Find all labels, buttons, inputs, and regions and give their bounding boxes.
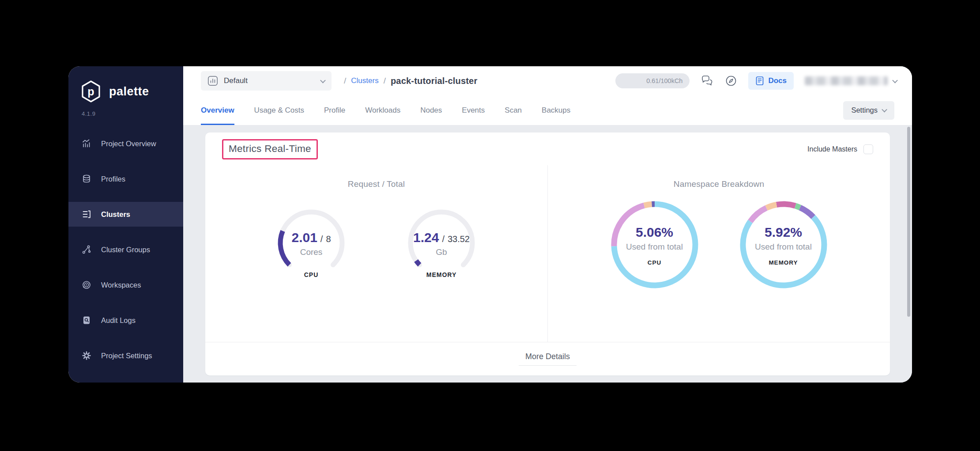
layers-icon [82, 174, 91, 184]
sidebar-item-project-overview[interactable]: Project Overview [68, 131, 183, 156]
sidebar-item-cluster-groups[interactable]: Cluster Groups [68, 237, 183, 262]
sidebar-item-label: Workspaces [101, 281, 141, 289]
chevron-down-icon [882, 107, 887, 113]
sidebar-item-label: Clusters [101, 210, 130, 219]
tab-overview[interactable]: Overview [201, 95, 234, 125]
request-total-section: Request / Total 2.01 / 8 [205, 165, 548, 342]
donut-label: CPU [648, 259, 662, 266]
version-label: 4.1.9 [68, 105, 183, 117]
donut-center-text: 5.92% Used from total MEMORY [739, 201, 828, 289]
user-menu[interactable] [805, 76, 897, 85]
donut-center-text: 5.06% Used from total CPU [611, 201, 699, 289]
metrics-card-header: Metrics Real-Time Include Masters [205, 133, 890, 165]
docs-button[interactable]: Docs [748, 72, 794, 90]
include-masters-label: Include Masters [807, 145, 857, 153]
sidebar-item-label: Project Overview [101, 140, 156, 148]
chevron-down-icon [892, 77, 898, 83]
brand-name: palette [109, 85, 149, 99]
tab-backups[interactable]: Backups [542, 95, 570, 125]
sidebar-item-clusters[interactable]: Clusters [68, 202, 183, 227]
gauges-row: 2.01 / 8 Cores CPU [269, 208, 483, 278]
include-masters: Include Masters [807, 144, 873, 154]
book-icon [755, 76, 764, 86]
content-area: Metrics Real-Time Include Masters Reques… [183, 125, 912, 383]
gauge-center-text: 1.24 / 33.52 Gb [400, 208, 483, 275]
tab-profile[interactable]: Profile [324, 95, 345, 125]
sidebar-item-project-settings[interactable]: Project Settings [68, 343, 183, 368]
donut-value: 5.06% [636, 225, 673, 240]
tab-usage-costs[interactable]: Usage & Costs [254, 95, 304, 125]
more-details-link[interactable]: More Details [519, 352, 577, 366]
settings-button[interactable]: Settings [843, 101, 894, 120]
breadcrumb-separator: / [344, 76, 346, 86]
gauge-unit: Cores [300, 247, 323, 257]
palette-logo-icon: p [79, 80, 103, 103]
breadcrumb-link-clusters[interactable]: Clusters [351, 76, 378, 85]
metrics-card-footer: More Details [205, 342, 890, 375]
gear-icon [82, 351, 91, 360]
usage-quota-badge: 0.61/100kCh [615, 73, 690, 88]
gauge-unit: Gb [436, 247, 447, 257]
request-total-title: Request / Total [348, 179, 405, 189]
app-window: p palette 4.1.9 Project Overview [68, 66, 912, 383]
tab-workloads[interactable]: Workloads [365, 95, 400, 125]
sidebar-item-label: Audit Logs [101, 316, 136, 325]
namespace-breakdown-section: Namespace Breakdown 5.06% Used from tota… [548, 165, 890, 342]
gauge-total: 8 [326, 234, 331, 244]
sidebar-item-label: Profiles [101, 175, 125, 183]
screenshot-stage: p palette 4.1.9 Project Overview [0, 0, 980, 451]
svg-text:p: p [87, 85, 94, 98]
memory-namespace-donut: 5.92% Used from total MEMORY [739, 201, 828, 289]
tab-scan[interactable]: Scan [505, 95, 522, 125]
servers-icon [82, 209, 91, 219]
donut-caption: Used from total [626, 242, 683, 252]
network-icon [82, 245, 91, 254]
cpu-namespace-donut: 5.06% Used from total CPU [611, 201, 699, 289]
metrics-body: Request / Total 2.01 / 8 [205, 165, 890, 342]
orbit-icon [82, 280, 91, 290]
include-masters-checkbox[interactable] [863, 144, 873, 154]
sidebar-item-label: Cluster Groups [101, 246, 150, 254]
project-selector[interactable]: Default [201, 71, 332, 91]
topbar-right: 0.61/100kCh [615, 72, 897, 90]
chart-icon [82, 139, 91, 148]
sidebar-item-audit-logs[interactable]: Audit Logs [68, 308, 183, 333]
tab-nodes[interactable]: Nodes [420, 95, 442, 125]
help-button[interactable] [725, 75, 737, 87]
donuts-row: 5.06% Used from total CPU 5.92% [611, 201, 828, 289]
sidebar-item-profiles[interactable]: Profiles [68, 167, 183, 191]
sidebar-item-workspaces[interactable]: Workspaces [68, 273, 183, 297]
settings-button-label: Settings [851, 106, 878, 114]
sidebar: p palette 4.1.9 Project Overview [68, 66, 183, 383]
chat-button[interactable] [701, 75, 714, 87]
metrics-title: Metrics Real-Time [229, 143, 311, 155]
metrics-card: Metrics Real-Time Include Masters Reques… [205, 133, 890, 375]
donut-label: MEMORY [769, 259, 798, 266]
gauge-center-text: 2.01 / 8 Cores [269, 208, 353, 275]
compass-icon [725, 75, 737, 87]
sidebar-nav: Project Overview Profiles Clusters [68, 131, 183, 379]
breadcrumb-current-cluster: pack-tutorial-cluster [391, 76, 477, 86]
gauge-value: 1.24 [413, 230, 439, 245]
donut-value: 5.92% [765, 225, 802, 240]
sidebar-item-label: Project Settings [101, 352, 152, 360]
tab-events[interactable]: Events [462, 95, 485, 125]
project-selector-value: Default [224, 76, 248, 85]
gauge-value: 2.01 [291, 230, 317, 245]
vertical-scrollbar[interactable] [907, 127, 910, 317]
annotation-highlight: Metrics Real-Time [222, 139, 318, 159]
cluster-tabs: Overview Usage & Costs Profile Workloads… [183, 95, 912, 125]
donut-caption: Used from total [755, 242, 812, 252]
user-name-redacted [805, 76, 888, 85]
mini-chart-icon [207, 76, 218, 86]
gauge-total: 33.52 [448, 234, 470, 244]
main-area: Default / Clusters / pack-tutorial-clust… [183, 66, 912, 383]
brand: p palette [68, 66, 183, 105]
docs-button-label: Docs [768, 76, 787, 85]
chevron-down-icon [320, 77, 326, 83]
breadcrumb-separator: / [384, 76, 386, 86]
namespace-breakdown-title: Namespace Breakdown [674, 179, 765, 189]
breadcrumb: / Clusters / pack-tutorial-cluster [344, 76, 477, 86]
memory-request-gauge: 1.24 / 33.52 Gb MEMORY [400, 208, 483, 278]
topbar: Default / Clusters / pack-tutorial-clust… [183, 66, 912, 95]
